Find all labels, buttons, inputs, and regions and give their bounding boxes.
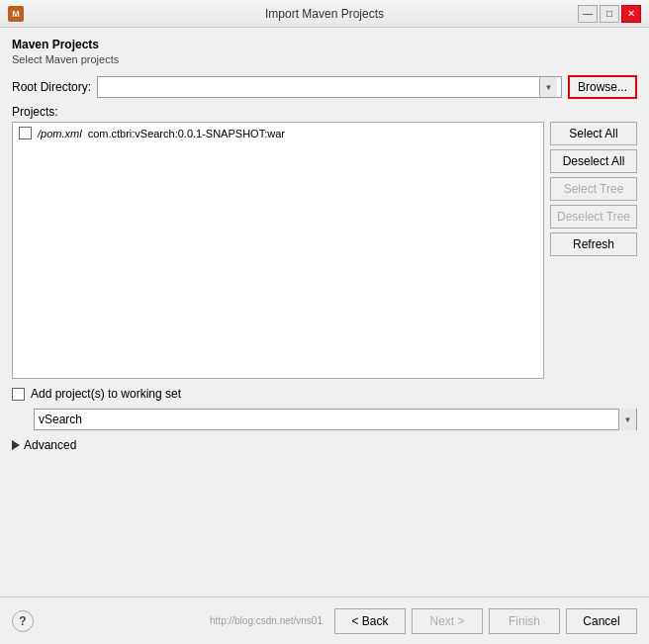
close-button[interactable]: ✕ <box>621 5 641 23</box>
section-subtitle: Select Maven projects <box>12 53 637 65</box>
combo-dropdown-arrow[interactable]: ▼ <box>539 77 557 97</box>
root-directory-combo[interactable]: ▼ <box>97 76 562 98</box>
select-all-button[interactable]: Select All <box>550 122 637 145</box>
section-title: Maven Projects <box>12 38 637 51</box>
project-pom: /pom.xml <box>38 128 82 139</box>
advanced-row[interactable]: Advanced <box>12 438 637 452</box>
advanced-triangle-icon <box>12 440 20 450</box>
projects-list[interactable]: /pom.xml com.ctbri:vSearch:0.0.1-SNAPSHO… <box>12 122 544 379</box>
title-bar: M Import Maven Projects — □ ✕ <box>0 0 649 28</box>
working-set-input[interactable] <box>35 413 618 426</box>
advanced-label: Advanced <box>24 438 76 452</box>
working-set-checkbox[interactable] <box>12 388 25 401</box>
side-buttons-panel: Select All Deselect All Select Tree Dese… <box>550 122 637 379</box>
minimize-button[interactable]: — <box>578 5 598 23</box>
back-button[interactable]: < Back <box>334 608 406 634</box>
title-bar-controls: — □ ✕ <box>578 5 641 23</box>
working-set-combo[interactable]: ▼ <box>34 409 637 430</box>
footer-right: http://blog.csdn.net/vns01 < Back Next >… <box>210 608 637 634</box>
browse-button[interactable]: Browse... <box>568 75 637 99</box>
projects-area-wrapper: /pom.xml com.ctbri:vSearch:0.0.1-SNAPSHO… <box>12 122 637 379</box>
next-button[interactable]: Next > <box>412 608 483 634</box>
help-button[interactable]: ? <box>12 610 34 632</box>
project-name: com.ctbri:vSearch:0.0.1-SNAPSHOT:war <box>88 128 285 139</box>
working-set-combo-row: ▼ <box>12 409 637 430</box>
root-directory-input[interactable] <box>102 80 539 94</box>
dialog-footer: ? http://blog.csdn.net/vns01 < Back Next… <box>0 597 649 644</box>
dialog-body: Maven Projects Select Maven projects Roo… <box>0 28 649 597</box>
working-set-row: Add project(s) to working set <box>12 387 637 401</box>
working-set-dropdown-arrow[interactable]: ▼ <box>618 409 636 430</box>
deselect-all-button[interactable]: Deselect All <box>550 149 637 173</box>
working-set-label: Add project(s) to working set <box>31 387 181 401</box>
cancel-button[interactable]: Cancel <box>566 608 637 634</box>
window-title: Import Maven Projects <box>265 7 384 21</box>
deselect-tree-button[interactable]: Deselect Tree <box>550 205 637 229</box>
root-directory-row: Root Directory: ▼ Browse... <box>12 75 637 99</box>
title-bar-left: M <box>8 6 24 22</box>
maximize-button[interactable]: □ <box>600 5 619 23</box>
projects-label: Projects: <box>12 105 637 119</box>
list-item[interactable]: /pom.xml com.ctbri:vSearch:0.0.1-SNAPSHO… <box>15 125 541 141</box>
footer-left: ? <box>12 610 34 632</box>
finish-button[interactable]: Finish <box>489 608 560 634</box>
select-tree-button[interactable]: Select Tree <box>550 177 637 201</box>
app-icon: M <box>8 6 24 22</box>
project-checkbox[interactable] <box>19 127 32 139</box>
watermark-text: http://blog.csdn.net/vns01 <box>210 615 323 626</box>
refresh-button[interactable]: Refresh <box>550 232 637 256</box>
root-directory-label: Root Directory: <box>12 80 91 94</box>
